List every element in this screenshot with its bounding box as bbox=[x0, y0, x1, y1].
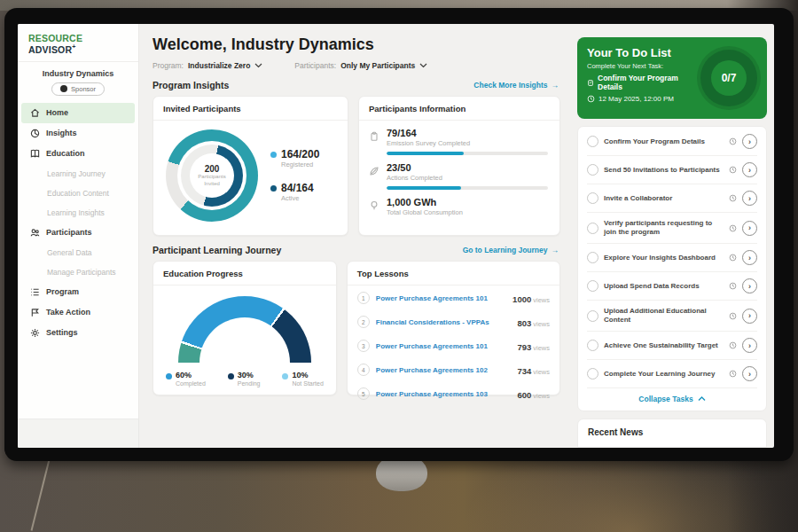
chevron-right-icon: › bbox=[748, 194, 751, 203]
card-title: Education Progress bbox=[153, 262, 336, 286]
arrow-right-icon: → bbox=[552, 81, 559, 90]
task-row: Complete Your Learning Journey › bbox=[587, 360, 757, 388]
card-title: Top Lessons bbox=[348, 262, 559, 286]
todo-next-task-label: Confirm Your Program Details bbox=[598, 74, 693, 91]
task-row: Send 50 Invitations to Participants › bbox=[587, 156, 757, 184]
sidebar-item-general-data[interactable]: General Data bbox=[18, 243, 138, 262]
legend-dot-icon bbox=[270, 185, 277, 192]
lesson-views-suffix: views bbox=[533, 344, 550, 352]
invited-participants-donut-chart: 200 Participants Invited bbox=[166, 129, 258, 222]
card-title: Invited Participants bbox=[153, 97, 348, 121]
collapse-tasks-link[interactable]: Collapse Tasks bbox=[587, 388, 757, 408]
check-more-insights-link[interactable]: Check More Insights → bbox=[473, 81, 559, 90]
learning-journey-header: Participant Learning Journey Go to Learn… bbox=[153, 245, 559, 255]
lesson-link[interactable]: Power Purchase Agreements 101 bbox=[376, 294, 506, 302]
task-open-button[interactable]: › bbox=[742, 191, 757, 206]
sidebar-item-home[interactable]: Home bbox=[21, 103, 135, 123]
sidebar-item-manage-participants[interactable]: Manage Participants bbox=[18, 262, 138, 282]
arrow-right-icon: → bbox=[552, 246, 559, 254]
legend-value: 164/200 bbox=[281, 149, 319, 160]
stat-row-actions: 23/50 Actions Completed bbox=[359, 155, 559, 190]
task-open-button[interactable]: › bbox=[742, 309, 757, 324]
home-icon bbox=[30, 108, 40, 118]
sidebar-item-participants[interactable]: Participants bbox=[18, 223, 138, 243]
task-checkbox[interactable] bbox=[587, 280, 598, 292]
legend-label: Registered bbox=[281, 160, 319, 168]
sidebar-item-program[interactable]: Program bbox=[18, 282, 138, 302]
legend-pct: 60% bbox=[176, 371, 206, 380]
sidebar-item-label: Manage Participants bbox=[47, 268, 116, 277]
sponsor-badge[interactable]: Sponsor bbox=[51, 82, 105, 96]
task-open-button[interactable]: › bbox=[742, 134, 757, 149]
sidebar-item-label: Settings bbox=[46, 328, 78, 337]
task-open-button[interactable]: › bbox=[742, 278, 757, 293]
legend-dot-icon bbox=[282, 373, 288, 379]
lesson-rank-badge: 3 bbox=[357, 340, 370, 352]
sidebar-item-education[interactable]: Education bbox=[18, 144, 138, 164]
lesson-link[interactable]: Power Purchase Agreements 102 bbox=[376, 366, 512, 374]
participants-filter-dropdown[interactable]: Participants: Only My Participants bbox=[294, 61, 427, 70]
task-checkbox[interactable] bbox=[587, 252, 598, 263]
task-checkbox[interactable] bbox=[587, 223, 598, 234]
task-open-button[interactable]: › bbox=[742, 162, 757, 177]
lesson-views-suffix: views bbox=[533, 320, 550, 328]
legend-label: Completed bbox=[176, 380, 206, 387]
task-checkbox[interactable] bbox=[587, 368, 598, 379]
task-open-button[interactable]: › bbox=[742, 221, 757, 236]
insights-cards-row: Invited Participants 200 Participants In… bbox=[153, 96, 560, 236]
sidebar-item-label: Take Action bbox=[46, 308, 90, 317]
todo-due-date-label: 12 May 2025, 12:00 PM bbox=[598, 95, 674, 103]
lesson-link[interactable]: Power Purchase Agreements 103 bbox=[376, 390, 512, 398]
task-checkbox[interactable] bbox=[587, 192, 598, 204]
chevron-down-icon bbox=[254, 63, 262, 68]
sidebar: RESOURCE ADVISOR+ Industry Dynamics Spon… bbox=[18, 24, 139, 448]
link-label: Go to Learning Journey bbox=[463, 246, 548, 254]
chevron-right-icon: › bbox=[748, 341, 751, 350]
lesson-views-count: 734 bbox=[517, 366, 531, 376]
sidebar-item-education-content[interactable]: Education Content bbox=[18, 184, 138, 203]
legend-label: Active bbox=[281, 194, 314, 202]
task-label: Upload Spend Data Records bbox=[604, 282, 724, 291]
app-logo[interactable]: RESOURCE ADVISOR+ bbox=[18, 24, 138, 62]
lesson-views-count: 1000 bbox=[512, 294, 531, 304]
sidebar-item-settings[interactable]: Settings bbox=[18, 323, 138, 343]
todo-progress-ring: 0/7 bbox=[700, 50, 757, 106]
main-content: Welcome, Industry Dynamics Program: Indu… bbox=[139, 24, 571, 448]
donut-center-label: Participants Invited bbox=[190, 174, 234, 188]
task-checkbox[interactable] bbox=[587, 310, 598, 322]
task-checkbox[interactable] bbox=[587, 136, 598, 147]
chevron-right-icon: › bbox=[748, 137, 751, 146]
task-label: Complete Your Learning Journey bbox=[604, 370, 724, 379]
lesson-views-suffix: views bbox=[533, 368, 550, 376]
sidebar-item-learning-insights[interactable]: Learning Insights bbox=[18, 203, 138, 223]
lesson-rank-badge: 1 bbox=[357, 292, 370, 304]
sidebar-item-label: Insights bbox=[46, 129, 77, 137]
stat-value: 1,000 GWh bbox=[387, 197, 548, 207]
task-open-button[interactable]: › bbox=[742, 338, 757, 353]
lesson-views-suffix: views bbox=[533, 296, 550, 304]
participants-information-card: Participants Information 79/164 Emission… bbox=[358, 96, 560, 236]
gauge-legend: 60% Completed 30% Pending bbox=[153, 364, 336, 387]
task-open-button[interactable]: › bbox=[742, 366, 757, 381]
go-to-learning-journey-link[interactable]: Go to Learning Journey → bbox=[463, 246, 559, 254]
task-clock-icon bbox=[729, 194, 737, 202]
task-checkbox[interactable] bbox=[587, 340, 598, 351]
program-filter-dropdown[interactable]: Program: Industrialize Zero bbox=[153, 61, 262, 70]
sidebar-item-take-action[interactable]: Take Action bbox=[18, 302, 138, 323]
sidebar-item-label: Learning Journey bbox=[47, 169, 106, 178]
legend-label: Pending bbox=[238, 380, 261, 387]
education-icon bbox=[30, 149, 40, 159]
donut-center-value: 200 bbox=[205, 164, 220, 174]
task-checkbox[interactable] bbox=[587, 164, 598, 176]
lesson-link[interactable]: Financial Considerations - VPPAs bbox=[376, 318, 512, 326]
task-clock-icon bbox=[729, 254, 737, 262]
legend-item-pending: 30% Pending bbox=[228, 371, 261, 387]
todo-next-task: Confirm Your Program Details bbox=[587, 74, 693, 91]
logo-text-secondary: ADVISOR bbox=[28, 44, 72, 55]
lesson-rank-badge: 4 bbox=[357, 364, 370, 376]
task-open-button[interactable]: › bbox=[742, 250, 757, 265]
lesson-link[interactable]: Power Purchase Agreements 101 bbox=[376, 342, 512, 350]
sidebar-item-learning-journey[interactable]: Learning Journey bbox=[18, 164, 138, 184]
sidebar-item-insights[interactable]: Insights bbox=[18, 123, 138, 144]
task-label: Verify participants requesting to join t… bbox=[604, 219, 724, 237]
